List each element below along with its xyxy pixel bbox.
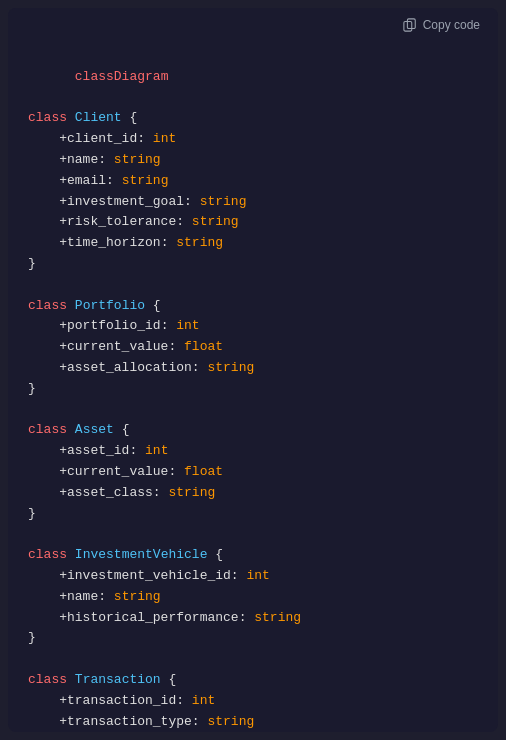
code-container: Copy code classDiagram class Client { +c… — [8, 8, 498, 732]
line-portfolio-field-2: +current_value: float — [28, 337, 478, 358]
line-client-header: class Client { — [28, 108, 478, 129]
line-client-field-5: +risk_tolerance: string — [28, 212, 478, 233]
blank-4 — [28, 649, 478, 670]
line-investmentvehicle-header: class InvestmentVehicle { — [28, 545, 478, 566]
line-portfolio-header: class Portfolio { — [28, 296, 478, 317]
line-tx-field-1: +transaction_id: int — [28, 691, 478, 712]
line-client-field-3: +email: string — [28, 171, 478, 192]
code-block: classDiagram class Client { +client_id: … — [8, 42, 498, 730]
copy-code-button[interactable]: Copy code — [397, 16, 486, 34]
toolbar: Copy code — [8, 8, 498, 42]
line-client-field-4: +investment_goal: string — [28, 192, 478, 213]
line-client-field-1: +client_id: int — [28, 129, 478, 150]
blank-2 — [28, 400, 478, 421]
line-client-field-2: +name: string — [28, 150, 478, 171]
blank-3 — [28, 524, 478, 545]
keyword-classdiagram: classDiagram — [75, 69, 169, 84]
line-iv-field-2: +name: string — [28, 587, 478, 608]
line-portfolio-field-3: +asset_allocation: string — [28, 358, 478, 379]
line-client-close: } — [28, 254, 478, 275]
line-portfolio-field-1: +portfolio_id: int — [28, 316, 478, 337]
blank-1 — [28, 275, 478, 296]
line-tx-field-2: +transaction_type: string — [28, 712, 478, 731]
line-iv-field-1: +investment_vehicle_id: int — [28, 566, 478, 587]
line-asset-field-2: +current_value: float — [28, 462, 478, 483]
line-asset-header: class Asset { — [28, 420, 478, 441]
line-iv-field-3: +historical_performance: string — [28, 608, 478, 629]
line-asset-field-3: +asset_class: string — [28, 483, 478, 504]
line-classdiagram: classDiagram — [28, 46, 478, 108]
line-asset-field-1: +asset_id: int — [28, 441, 478, 462]
line-iv-close: } — [28, 628, 478, 649]
copy-label: Copy code — [423, 18, 480, 32]
line-asset-close: } — [28, 504, 478, 525]
line-transaction-header: class Transaction { — [28, 670, 478, 691]
copy-icon — [403, 18, 417, 32]
line-client-field-6: +time_horizon: string — [28, 233, 478, 254]
line-portfolio-close: } — [28, 379, 478, 400]
